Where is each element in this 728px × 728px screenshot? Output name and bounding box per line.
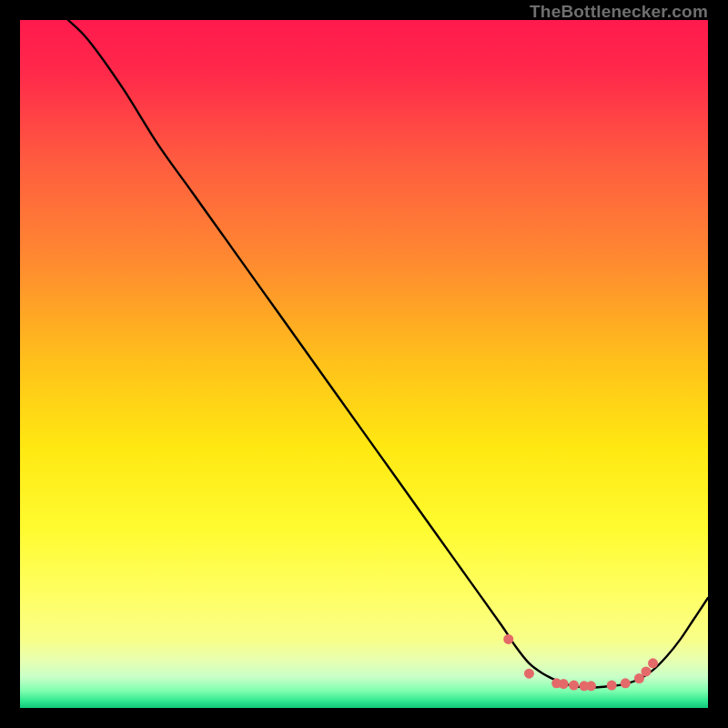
bottleneck-curve (20, 20, 708, 708)
curve-marker (621, 678, 631, 688)
chart-container: TheBottlenecker.com (0, 0, 728, 728)
curve-marker (641, 666, 651, 676)
curve-marker (648, 658, 658, 668)
curve-marker (586, 681, 596, 691)
curve-markers (503, 634, 658, 691)
curve-marker (569, 681, 579, 691)
curve-marker (559, 679, 569, 689)
curve-marker (607, 681, 617, 691)
plot-area (20, 20, 708, 708)
curve-marker (524, 669, 534, 679)
watermark-label: TheBottlenecker.com (530, 2, 708, 22)
curve-marker (503, 634, 513, 644)
